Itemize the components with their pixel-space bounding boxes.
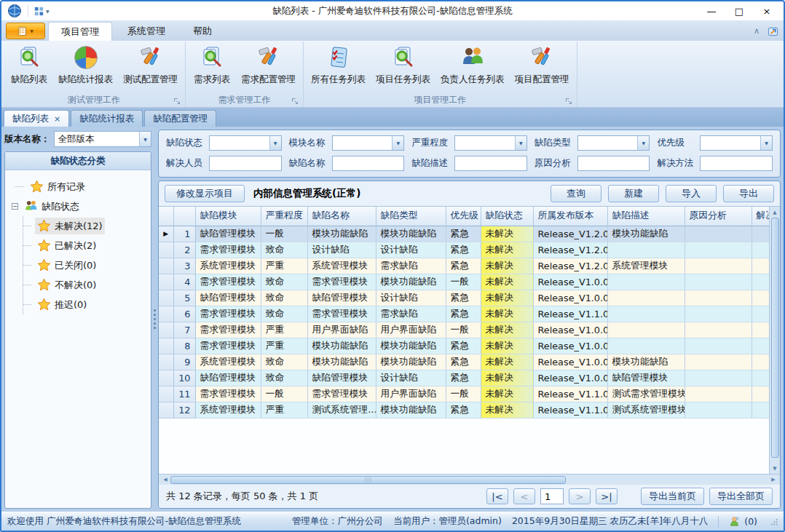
horizontal-scrollbar[interactable]: ◀ ||| ▶ — [159, 474, 780, 485]
chevron-down-icon[interactable]: ▼ — [515, 136, 526, 150]
header-defect-module[interactable]: 缺陷模块 — [195, 207, 261, 226]
table-row[interactable]: 6 需求管理模块 致命 需求管理模块 需求缺陷 紧急 未解决 Release_V… — [159, 306, 769, 322]
header-defect-status[interactable]: 缺陷状态 — [481, 207, 533, 226]
query-button[interactable]: 查询 — [551, 185, 601, 202]
filter-label-severity: 严重程度 — [411, 137, 450, 149]
tree-item-defect-status[interactable]: − 缺陷状态 — [8, 196, 148, 216]
defect-status-panel: 缺陷状态分类 所有记录 − 缺陷状态 — [4, 151, 151, 509]
defect-report-button[interactable]: 缺陷统计报表 — [53, 45, 118, 86]
sidebar-splitter[interactable] — [151, 130, 158, 509]
scroll-down-icon[interactable]: ▼ — [770, 464, 779, 473]
import-button[interactable]: 导入 — [666, 185, 717, 202]
table-row[interactable]: 10 缺陷管理模块 致命 缺陷管理模块 设计缺陷 紧急 未解决 Release_… — [159, 370, 769, 386]
ribbon-tab-system-mgmt[interactable]: 系统管理 — [115, 22, 178, 41]
header-severity[interactable]: 严重程度 — [261, 207, 307, 226]
cell-defect-status: 未解决 — [481, 226, 533, 242]
chevron-down-icon[interactable]: ▼ — [760, 136, 772, 150]
horizontal-scroll-thumb[interactable]: ||| — [170, 476, 566, 484]
doc-tab-defect-list[interactable]: 缺陷列表 × — [4, 110, 69, 127]
chevron-down-icon[interactable]: ▼ — [392, 136, 403, 150]
filter-input-solution[interactable] — [700, 156, 773, 171]
dialog-launcher-icon[interactable] — [173, 97, 181, 104]
version-combo[interactable]: 全部版本 ▼ — [54, 131, 152, 147]
header-defect-desc[interactable]: 缺陷描述 — [607, 207, 685, 226]
header-defect-name[interactable]: 缺陷名称 — [307, 207, 376, 226]
prev-page-button[interactable]: < — [513, 488, 535, 504]
requirement-list-button[interactable]: 需求列表 — [188, 45, 236, 86]
modify-columns-button[interactable]: 修改显示项目 — [165, 185, 245, 202]
table-row[interactable]: 8 需求管理模块 严重 模块功能缺陷 模块功能缺陷 紧急 未解决 Release… — [159, 338, 769, 354]
header-priority[interactable]: 优先级 — [446, 207, 481, 226]
maximize-button[interactable]: □ — [725, 2, 753, 20]
table-row[interactable]: 2 需求管理模块 致命 设计缺陷 设计缺陷 紧急 未解决 Release_V1.… — [159, 242, 769, 258]
table-row[interactable]: 3 系统管理模块 严重 系统管理模块 需求缺陷 紧急 未解决 Release_V… — [159, 258, 769, 274]
filter-combo-defect-type[interactable]: ▼ — [577, 135, 650, 151]
export-button[interactable]: 导出 — [723, 185, 774, 202]
vertical-scroll-thumb[interactable] — [771, 218, 779, 458]
filter-combo-priority[interactable]: ▼ — [700, 135, 773, 151]
scroll-left-icon[interactable]: ◀ — [160, 475, 170, 485]
user-status-icon[interactable] — [729, 516, 740, 527]
tree-item-wont-fix[interactable]: 不解决(0) — [23, 275, 148, 295]
ribbon-tab-project-mgmt[interactable]: 项目管理 — [48, 22, 112, 41]
chevron-down-icon[interactable]: ▼ — [269, 136, 281, 150]
tree-item-closed[interactable]: 已关闭(0) — [23, 255, 148, 275]
table-row[interactable]: 11 需求管理模块 一般 需求管理模块 用户界面缺陷 一般 未解决 Releas… — [159, 386, 769, 402]
table-row[interactable]: 9 系统管理模块 致命 模块功能缺陷 模块功能缺陷 紧急 未解决 Release… — [159, 354, 769, 370]
table-row[interactable]: ▶ 1 缺陷管理模块 一般 模块功能缺陷 模块功能缺陷 紧急 未解决 Relea… — [159, 226, 769, 242]
dialog-launcher-icon[interactable] — [565, 97, 572, 104]
filter-combo-severity[interactable]: ▼ — [454, 135, 527, 151]
requirement-config-button[interactable]: 需求配置管理 — [236, 45, 301, 86]
filter-input-defect-desc[interactable] — [454, 156, 527, 171]
doc-tab-defect-config[interactable]: 缺陷配置管理 — [144, 110, 216, 127]
filter-combo-module-name[interactable]: ▼ — [332, 135, 405, 151]
new-button[interactable]: 新建 — [608, 185, 659, 202]
tab-close-icon[interactable]: × — [54, 114, 60, 124]
test-config-button[interactable]: 测试配置管理 — [118, 45, 183, 86]
defect-list-button[interactable]: 缺陷列表 — [5, 45, 53, 86]
page-number-input[interactable] — [540, 488, 564, 504]
tree-item-resolved[interactable]: 已解决(2) — [23, 236, 148, 255]
doc-tab-defect-report[interactable]: 缺陷统计报表 — [71, 110, 143, 127]
first-page-button[interactable]: |< — [486, 488, 508, 504]
filter-input-solver[interactable] — [209, 156, 282, 171]
filter-combo-defect-status[interactable]: ▼ — [209, 135, 282, 151]
chevron-down-icon[interactable]: ▼ — [139, 132, 151, 146]
chevron-down-icon[interactable]: ▼ — [637, 136, 649, 150]
tree-item-postponed[interactable]: 推迟(0) — [23, 295, 148, 314]
header-release-version[interactable]: 所属发布版本 — [533, 207, 607, 226]
header-solution[interactable]: 解决方法 — [752, 207, 769, 226]
next-page-button[interactable]: > — [569, 488, 591, 504]
vertical-scrollbar[interactable]: ▲ ▼ — [769, 207, 780, 474]
tree-collapse-icon[interactable]: − — [12, 203, 18, 210]
filter-input-defect-name[interactable] — [332, 156, 405, 171]
table-row[interactable]: 7 需求管理模块 严重 用户界面缺陷 用户界面缺陷 一般 未解决 Release… — [159, 322, 769, 338]
ribbon-tab-help[interactable]: 帮助 — [181, 22, 224, 41]
quick-access-toolbar-button[interactable]: ▼ — [31, 6, 52, 17]
project-tasks-button[interactable]: 项目任务列表 — [371, 45, 435, 86]
table-row[interactable]: 4 需求管理模块 致命 需求管理模块 模块功能缺陷 一般 未解决 Release… — [159, 274, 769, 290]
header-cause-analysis[interactable]: 原因分析 — [685, 207, 752, 226]
table-row[interactable]: 5 缺陷管理模块 致命 缺陷管理模块 设计缺陷 紧急 未解决 Release_V… — [159, 290, 769, 306]
last-page-button[interactable]: >| — [596, 488, 618, 504]
ribbon-collapse-icon[interactable]: ∧ — [754, 26, 760, 36]
project-config-button[interactable]: 项目配置管理 — [510, 45, 575, 86]
all-tasks-button[interactable]: 所有任务列表 — [306, 45, 371, 86]
application-menu-button[interactable]: ▼ — [6, 23, 45, 39]
minimize-button[interactable]: — — [698, 2, 725, 20]
tree-item-all-records[interactable]: 所有记录 — [8, 177, 148, 196]
header-defect-type[interactable]: 缺陷类型 — [376, 207, 446, 226]
resize-grip[interactable] — [770, 518, 778, 525]
close-button[interactable]: × — [753, 2, 781, 20]
panel-title: 缺陷状态分类 — [5, 152, 151, 170]
scroll-up-icon[interactable]: ▲ — [770, 207, 779, 217]
tree-item-unresolved[interactable]: 未解决(12) — [23, 216, 148, 236]
export-all-pages-button[interactable]: 导出全部页 — [709, 488, 773, 505]
filter-input-cause-analysis[interactable] — [577, 156, 650, 171]
owner-tasks-button[interactable]: 负责人任务列表 — [435, 45, 510, 86]
export-current-page-button[interactable]: 导出当前页 — [641, 488, 704, 505]
table-row[interactable]: 12 系统管理模块 严重 测试系统管理... 模块功能缺陷 紧急 未解决 Rel… — [159, 402, 769, 418]
help-reference-icon[interactable] — [767, 25, 779, 37]
dialog-launcher-icon[interactable] — [291, 97, 299, 104]
scroll-right-icon[interactable]: ▶ — [768, 475, 778, 485]
